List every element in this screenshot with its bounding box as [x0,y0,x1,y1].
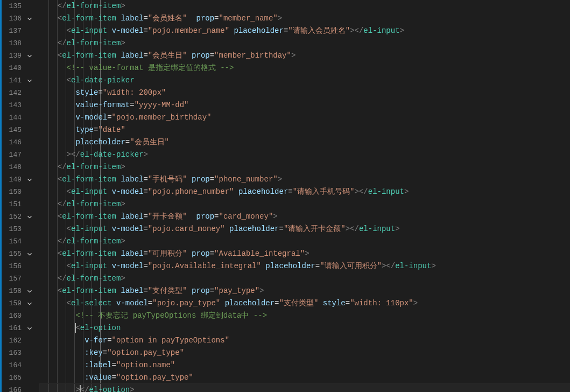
code-line[interactable]: ></el-option> [40,384,135,392]
code-line[interactable]: <el-select v-model="pojo.pay_type" place… [40,297,418,310]
token-eq [229,25,234,37]
code-line[interactable]: </el-form-item> [40,0,125,12]
token-name: el-form-item [62,50,116,62]
token-eq: = [210,50,214,62]
code-line[interactable]: </el-form-item> [40,235,125,248]
fold-toggle[interactable] [24,77,36,85]
code-editor[interactable]: 1351361371381391401411421431441451461471… [0,0,570,392]
token-eq [187,173,192,186]
token-punct: </ [58,161,67,173]
code-line[interactable]: </el-form-item> [40,198,125,211]
gutter-row: 150 [0,186,40,198]
code-line[interactable]: <el-input v-model="pojo.card_money" plac… [40,223,400,235]
code-line[interactable]: type="date" [40,124,125,136]
code-line[interactable]: <!-- 不要忘记 payTypeOptions 绑定到data中 --> [40,310,267,322]
code-line[interactable]: style="width: 200px" [40,87,166,99]
token-name: el-form-item [62,12,116,25]
code-line[interactable]: <el-date-picker [40,74,135,87]
token-eq: = [143,50,147,62]
token-punct: < [67,297,71,310]
line-number: 147 [0,149,24,161]
token-punct: > [130,384,134,392]
token-eq: = [112,372,116,384]
line-number: 164 [0,359,24,372]
code-line[interactable]: <el-form-item label="会员生日" prop="member_… [40,50,295,62]
token-eq: = [210,285,214,297]
token-str: "member_name" [219,12,278,25]
code-line[interactable]: </el-form-item> [40,37,125,50]
token-punct: </ [58,198,67,211]
token-attr: placeholder [238,186,288,198]
token-punct: < [75,322,80,334]
token-str: "date" [98,124,125,136]
code-line[interactable]: :label="option.name" [40,359,175,372]
token-attr: label [121,285,143,297]
code-line[interactable]: <el-input v-model="pojo.Available_integr… [40,260,436,272]
token-punct: < [58,50,62,62]
token-eq [107,223,111,235]
token-punct: < [67,223,71,235]
token-str: "width: 110px" [350,297,413,310]
fold-toggle[interactable] [24,15,36,23]
fold-toggle[interactable] [24,325,36,332]
gutter-row: 152 [0,211,40,223]
token-punct: < [58,285,62,297]
token-eq: = [143,211,147,223]
code-line[interactable]: <el-form-item label="开卡金额" prop="card_mo… [40,211,278,223]
code-line[interactable]: ></el-date-picker> [40,149,148,161]
fold-toggle[interactable] [24,250,36,258]
code-line[interactable]: <el-option [40,322,121,334]
token-punct: > [121,272,125,285]
token-eq: = [143,260,147,272]
line-number: 155 [0,248,24,260]
token-punct: > [121,235,125,248]
fold-toggle[interactable] [24,176,36,184]
token-eq [116,50,121,62]
code-line[interactable]: </el-form-item> [40,272,125,285]
code-line[interactable]: <el-form-item label="可用积分" prop="Availab… [40,248,309,260]
gutter-row: 164 [0,359,40,372]
token-attr: prop [192,285,210,297]
fold-toggle[interactable] [24,52,36,60]
code-line[interactable]: v-model="pojo.member_birthday" [40,111,211,124]
token-eq: = [288,186,292,198]
code-line[interactable]: placeholder="会员生日" [40,136,169,149]
code-line[interactable]: v-for="option in payTypeOptions" [40,334,229,347]
token-name: el-form-item [67,0,121,12]
token-cmt: <!-- value-format 是指定绑定值的格式 --> [67,62,234,74]
gutter-row: 146 [0,136,40,149]
code-line[interactable]: </el-form-item> [40,161,125,173]
code-line[interactable]: <!-- value-format 是指定绑定值的格式 --> [40,62,234,74]
token-eq: = [214,12,219,25]
token-eq: = [315,260,320,272]
token-eq [116,12,121,25]
fold-toggle[interactable] [24,213,36,221]
code-line[interactable]: <el-form-item label="会员姓名" prop="member_… [40,12,282,25]
token-attr: v-model [116,297,148,310]
token-attr: v-for [85,334,107,347]
line-number: 156 [0,260,24,272]
fold-toggle[interactable] [24,288,36,295]
token-eq: = [143,285,147,297]
code-line[interactable]: <el-form-item label="支付类型" prop="pay_typ… [40,285,264,297]
code-line[interactable]: <el-input v-model="pojo.member_name" pla… [40,25,404,37]
code-line[interactable]: :value="option.pay_type" [40,372,193,384]
token-eq: = [112,359,116,372]
line-number: 163 [0,347,24,359]
token-attr: v-model [112,186,144,198]
token-punct: < [67,260,71,272]
code-line[interactable]: value-format="yyyy-MM-dd" [40,99,188,111]
fold-toggle[interactable] [24,300,36,307]
code-line[interactable]: :key="option.pay_type" [40,347,184,359]
code-area[interactable]: </el-form-item><el-form-item label="会员姓名… [40,0,570,392]
token-name: el-input [363,25,399,37]
token-eq [261,260,265,272]
token-punct: < [58,173,62,186]
token-str: "会员生日" [130,136,169,149]
line-number: 152 [0,211,24,223]
gutter-row: 139 [0,50,40,62]
token-punct: > [400,25,404,37]
code-line[interactable]: <el-form-item label="手机号码" prop="phone_n… [40,173,282,186]
token-punct: > [273,211,277,223]
code-line[interactable]: <el-input v-model="pojo.phone_number" pl… [40,186,409,198]
